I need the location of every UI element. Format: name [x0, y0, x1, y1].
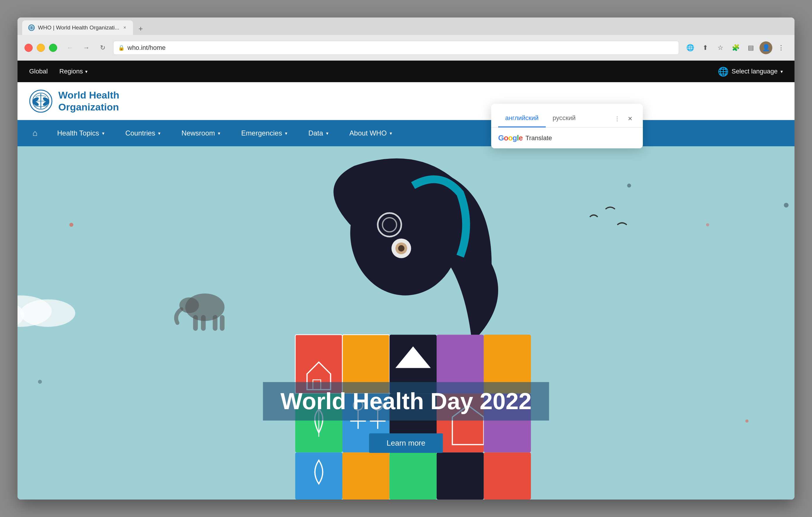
data-nav-item[interactable]: Data ▾	[298, 120, 339, 146]
translate-area: 🌐 Select language ▾	[718, 61, 794, 82]
svg-rect-50	[484, 452, 531, 499]
translate-icon: 🌐	[718, 66, 729, 77]
russian-language-tab[interactable]: русский	[546, 110, 583, 127]
svg-point-58	[21, 299, 76, 327]
global-selector[interactable]: Global	[29, 68, 48, 75]
tab-close-button[interactable]: ×	[122, 24, 127, 31]
svg-rect-47	[342, 452, 390, 499]
hero-title: World Health Day 2022	[263, 382, 549, 421]
toolbar-actions: 🌐 ⬆ ☆ 🧩 ▤ 👤 ⋮	[684, 41, 787, 54]
home-nav-button[interactable]: ⌂	[23, 120, 47, 146]
translate-icon-button[interactable]: 🌐	[684, 41, 696, 54]
countries-nav-item[interactable]: Countries ▾	[115, 120, 171, 146]
newsroom-chevron-icon: ▾	[218, 130, 220, 136]
traffic-lights	[25, 44, 57, 52]
url-display: who.int/home	[127, 44, 166, 52]
google-translate-label: Translate	[526, 134, 552, 142]
sidebar-toggle-button[interactable]: ▤	[744, 41, 757, 54]
regions-selector[interactable]: Regions ▾	[59, 68, 88, 75]
regions-chevron-icon: ▾	[85, 69, 87, 74]
english-language-tab[interactable]: английский	[498, 110, 546, 127]
emergencies-nav-item[interactable]: Emergencies ▾	[231, 120, 298, 146]
learn-more-button[interactable]: Learn more	[369, 433, 443, 453]
fullscreen-window-button[interactable]	[49, 44, 57, 52]
hero-text-area: World Health Day 2022 Learn more	[263, 382, 549, 453]
select-language-button[interactable]: 🌐 Select language ▾	[718, 66, 783, 77]
forward-button[interactable]: →	[81, 42, 92, 54]
active-tab[interactable]: WHO | World Health Organizati... ×	[22, 21, 133, 35]
svg-rect-62	[213, 315, 217, 331]
hero-section: World Health Day 2022 Learn more	[18, 146, 794, 499]
popup-close-button[interactable]: ✕	[624, 113, 636, 124]
back-button[interactable]: ←	[64, 42, 76, 54]
svg-rect-60	[193, 315, 198, 331]
data-chevron-icon: ▾	[326, 130, 328, 136]
countries-chevron-icon: ▾	[158, 130, 161, 136]
google-logo: Google	[498, 133, 523, 143]
health-topics-nav-item[interactable]: Health Topics ▾	[47, 120, 115, 146]
svg-rect-48	[389, 452, 437, 499]
svg-rect-49	[437, 452, 484, 499]
translate-chevron-icon: ▾	[781, 69, 783, 74]
svg-point-22	[706, 223, 709, 226]
who-emblem-icon	[29, 89, 53, 113]
popup-more-button[interactable]: ⋮	[611, 113, 623, 124]
extensions-button[interactable]: 🧩	[729, 41, 742, 54]
close-window-button[interactable]	[25, 44, 33, 52]
svg-rect-61	[201, 315, 206, 331]
svg-point-21	[627, 184, 631, 187]
health-topics-chevron-icon: ▾	[102, 130, 105, 136]
share-button[interactable]: ⬆	[699, 41, 712, 54]
svg-rect-63	[220, 315, 225, 331]
who-header: World Health Organization	[18, 82, 794, 120]
svg-point-23	[784, 203, 788, 208]
bookmark-button[interactable]: ☆	[714, 41, 727, 54]
home-icon: ⌂	[33, 128, 38, 138]
browser-window: WHO | World Health Organizati... × + ← →…	[18, 18, 794, 499]
more-options-button[interactable]: ⋮	[775, 41, 787, 54]
browser-toolbar: ← → ↻ 🔒 who.int/home 🌐 ⬆ ☆ 🧩 ▤ 👤 ⋮	[18, 35, 794, 61]
emergencies-chevron-icon: ▾	[285, 130, 287, 136]
page-content: Global Regions ▾ 🌐 Select language ▾	[18, 61, 794, 499]
reload-button[interactable]: ↻	[97, 42, 109, 54]
who-name: World Health Organization	[58, 89, 119, 113]
chrome-bar: Global Regions ▾ 🌐 Select language ▾	[18, 61, 794, 82]
tab-title: WHO | World Health Organizati...	[38, 25, 119, 31]
newsroom-nav-item[interactable]: Newsroom ▾	[171, 120, 231, 146]
svg-point-53	[398, 245, 405, 251]
svg-point-16	[69, 223, 73, 227]
about-who-nav-item[interactable]: About WHO ▾	[339, 120, 403, 146]
tab-favicon	[28, 24, 35, 31]
about-who-chevron-icon: ▾	[390, 130, 392, 136]
popup-actions: ⋮ ✕	[611, 113, 636, 124]
popup-header: английский русский ⋮ ✕	[491, 104, 643, 127]
who-logo[interactable]: World Health Organization	[29, 89, 119, 113]
who-navigation: ⌂ Health Topics ▾ Countries ▾ Newsroom ▾…	[18, 120, 794, 146]
minimize-window-button[interactable]	[37, 44, 45, 52]
translate-popup: английский русский ⋮ ✕ Google Translate	[491, 104, 643, 148]
svg-point-26	[746, 419, 749, 423]
address-bar[interactable]: 🔒 who.int/home	[113, 41, 679, 55]
popup-footer: Google Translate	[491, 128, 643, 148]
new-tab-button[interactable]: +	[134, 22, 147, 35]
lock-icon: 🔒	[118, 44, 124, 51]
tab-bar: WHO | World Health Organizati... × +	[18, 18, 794, 35]
svg-point-19	[38, 380, 42, 384]
profile-button[interactable]: 👤	[759, 41, 772, 54]
